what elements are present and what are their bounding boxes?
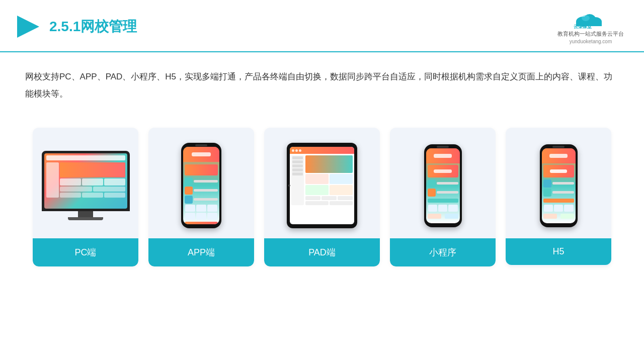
card-app-image [148, 128, 254, 238]
device-phone-h5 [540, 144, 578, 227]
card-h5-label: H5 [506, 238, 611, 265]
card-pad-label: PAD端 [264, 238, 380, 266]
device-tablet [287, 143, 357, 228]
card-pc-label: PC端 [33, 238, 138, 266]
svg-marker-0 [17, 16, 39, 38]
card-h5: H5 [506, 128, 611, 266]
card-app-label: APP端 [148, 238, 254, 266]
header: 2.5.1网校管理 云朵课堂 教育机构一站式服务云平台 yunduoketang… [0, 0, 644, 52]
card-miniapp: 小程序 [390, 128, 496, 266]
card-app: APP端 [148, 128, 254, 266]
device-pc [42, 151, 130, 220]
card-miniapp-image [390, 128, 496, 238]
card-pad: PAD端 [264, 128, 380, 266]
card-h5-image [506, 128, 611, 238]
card-miniapp-label: 小程序 [390, 238, 496, 266]
svg-text:云朵课堂: 云朵课堂 [574, 24, 592, 29]
logo-area: 云朵课堂 教育机构一站式服务云平台 yunduoketang.com [557, 9, 624, 44]
play-icon [15, 14, 41, 40]
page-title: 2.5.1网校管理 [49, 17, 137, 36]
logo-tagline: 教育机构一站式服务云平台 [557, 30, 624, 38]
logo-url: yunduoketang.com [570, 39, 612, 44]
header-left: 2.5.1网校管理 [15, 14, 137, 40]
card-pad-image [264, 128, 380, 238]
card-pc-image [33, 128, 138, 238]
description-text: 网校支持PC、APP、PAD、小程序、H5，实现多端打通，产品各终端自由切换，数… [0, 52, 644, 113]
card-pc: PC端 [33, 128, 138, 266]
device-phone-miniapp [424, 144, 462, 227]
device-phone-app [181, 143, 221, 228]
logo-icon: 云朵课堂 [571, 9, 611, 29]
cards-container: PC端 [0, 118, 644, 282]
svg-point-5 [582, 15, 590, 21]
